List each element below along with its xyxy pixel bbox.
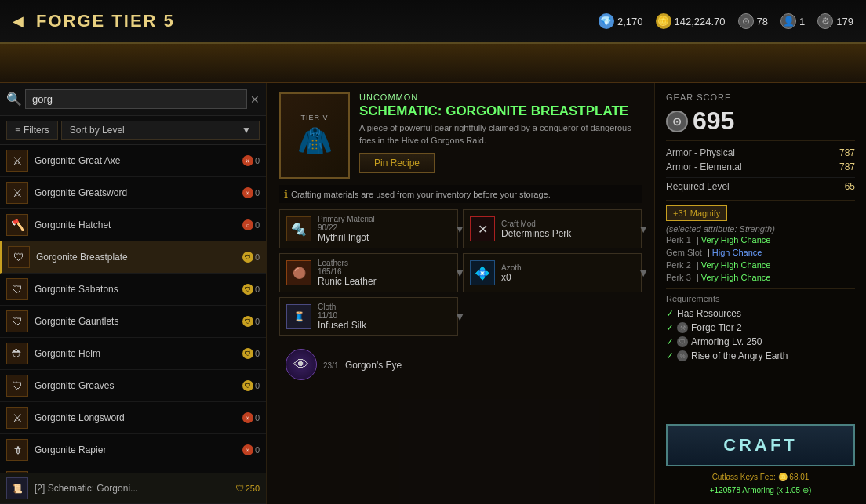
list-item[interactable]: ⛑ Gorgonite Helm 🛡 0 <box>0 338 266 370</box>
chevron-down-icon: ▼ <box>242 125 251 136</box>
armor-physical-label: Armor - Physical <box>666 147 735 158</box>
schematic-icon: 📜 <box>6 477 28 499</box>
azoth-box[interactable]: 💠 Azoth x0 ▼ <box>463 253 642 292</box>
search-bar: 🔍 ✕ <box>0 83 266 116</box>
cloth-box[interactable]: 🧵 Cloth 11/10 Infused Silk ▼ <box>279 297 458 336</box>
pin-recipe-button[interactable]: Pin Recipe <box>359 153 435 173</box>
count-icon: 🛡 <box>242 316 253 327</box>
attr-tabs: +31 Magnify <box>666 205 855 221</box>
primary-material-icon: 🔩 <box>286 216 311 241</box>
back-button[interactable]: ◀ <box>13 13 24 30</box>
gear-score-value: ⊙ 695 <box>666 107 855 136</box>
banner <box>0 44 866 83</box>
page-title: FORGE TIER 5 <box>36 11 175 31</box>
schematic-item[interactable]: 📜 [2] Schematic: Gorgoni... 🛡 250 <box>0 473 266 504</box>
list-item[interactable]: 🗡 Gorgonite Rapier ⚔ 0 <box>0 434 266 466</box>
list-item-selected[interactable]: 🛡 Gorgonite Breastplate 🛡 0 <box>0 241 266 274</box>
attr-note: (selected attribute: Strength) <box>666 224 855 234</box>
azoth-icon: 💠 <box>470 260 495 285</box>
craft-fee-value: 68.01 <box>789 473 809 481</box>
item-count: ⚔ 0 <box>242 155 260 166</box>
forge-icon: ⚒ <box>677 322 688 333</box>
arrow-icon: ▼ <box>638 267 649 279</box>
perk2-chance: Very High Chance <box>701 260 771 270</box>
leathers-qty: 165/16 <box>318 267 377 276</box>
item-count: 🛡 0 <box>242 380 260 391</box>
center-panel: TIER V 🧥 Uncommon SCHEMATIC: GORGONITE B… <box>267 83 654 504</box>
primary-material-box[interactable]: 🔩 Primary Material 90/22 Mythril Ingot ▼ <box>279 209 458 248</box>
list-item[interactable]: 🛡 Gorgonite Kite Shield ⚔ 0 <box>0 466 266 473</box>
gem-chance: High Chance <box>712 248 762 257</box>
list-item[interactable]: ⚔ Gorgonite Longsword ⚔ 0 <box>0 402 266 434</box>
eye-qty: 23/1 <box>323 361 338 370</box>
leathers-box[interactable]: 🟤 Leathers 165/16 Runic Leather ▼ <box>279 253 458 292</box>
azoth-value: x0 <box>501 272 522 283</box>
check-icon: ✓ <box>666 308 674 319</box>
perk3-chance: Very High Chance <box>701 273 771 282</box>
item-icon: 🪓 <box>6 214 28 236</box>
eye-info: 23/1 Gorgon's Eye <box>323 357 402 372</box>
craft-fee-icon: 🪙 <box>778 473 790 481</box>
craft-mod-icon: ✕ <box>470 216 495 241</box>
stat2-value: 1 <box>799 16 805 27</box>
list-item[interactable]: ⚔ Gorgonite Greatsword ⚔ 0 <box>0 177 266 209</box>
recipe-description: A piece of powerful gear rightfully clai… <box>359 122 642 147</box>
list-item[interactable]: 🛡 Gorgonite Greaves 🛡 0 <box>0 370 266 402</box>
cloth-qty: 11/10 <box>318 311 366 320</box>
filter-icon: ≡ <box>15 125 20 136</box>
currency1-value: 2,170 <box>617 16 643 27</box>
armor-physical-value: 787 <box>839 147 855 158</box>
perk2-sep: | <box>694 260 701 270</box>
item-name: Gorgonite Rapier <box>35 444 242 455</box>
armoring-icon: 🛡 <box>677 336 688 347</box>
check-icon: ✓ <box>666 350 674 361</box>
list-item[interactable]: 🛡 Gorgonite Sabatons 🛡 0 <box>0 274 266 306</box>
gem-sep: | <box>705 248 712 257</box>
stat3-value: 179 <box>836 16 853 27</box>
eye-value: Gorgon's Eye <box>345 360 402 371</box>
attr-tab-magnify[interactable]: +31 Magnify <box>666 205 727 221</box>
craft-button[interactable]: CRAFT <box>666 424 855 466</box>
warning-text: Crafting materials are used from your in… <box>291 190 551 199</box>
craft-bonus: +120578 Armoring (x 1.05 ⊕) <box>666 486 855 495</box>
item-list: ⚔ Gorgonite Great Axe ⚔ 0 ⚔ Gorgonite Gr… <box>0 145 266 473</box>
leathers-info: Leathers 165/16 Runic Leather <box>318 259 377 287</box>
item-name: Gorgonite Breastplate <box>36 252 242 263</box>
leathers-icon: 🟤 <box>286 260 311 285</box>
item-count: 🛡 0 <box>242 348 260 359</box>
item-icon: ⚔ <box>6 182 28 204</box>
primary-qty: 90/22 <box>318 223 375 232</box>
currency2: 🪙 142,224.70 <box>656 13 726 29</box>
req-armoring: ✓ 🛡 Armoring Lv. 250 <box>666 335 855 349</box>
item-count: 🛡 0 <box>242 252 260 263</box>
gear-score-number: 695 <box>693 107 734 136</box>
req-level-row: Required Level 65 <box>666 177 855 195</box>
ingredients-grid: 🔩 Primary Material 90/22 Mythril Ingot ▼… <box>279 209 642 336</box>
search-clear-button[interactable]: ✕ <box>250 93 260 106</box>
item-count: ○ 0 <box>242 219 260 230</box>
sort-button[interactable]: Sort by Level ▼ <box>61 121 260 140</box>
req-forge-tier: ✓ ⚒ Forge Tier 2 <box>666 321 855 335</box>
list-item[interactable]: 🛡 Gorgonite Gauntlets 🛡 0 <box>0 306 266 338</box>
perk1-label: Perk 1 <box>666 235 691 245</box>
list-item[interactable]: ⚔ Gorgonite Great Axe ⚔ 0 <box>0 145 266 177</box>
item-name: Gorgonite Great Axe <box>35 155 242 166</box>
search-input[interactable] <box>25 89 247 109</box>
stat1: ⊙ 78 <box>738 13 768 29</box>
count-icon: 🛡 <box>242 252 253 263</box>
cloth-label: Cloth <box>318 303 366 311</box>
stat3-icon: ⚙ <box>817 13 833 29</box>
primary-value: Mythril Ingot <box>318 232 375 243</box>
item-count: ⚔ 0 <box>242 444 260 455</box>
recipe-info: Uncommon SCHEMATIC: GORGONITE BREASTPLAT… <box>359 92 642 173</box>
gold-icon: 🪙 <box>656 13 671 29</box>
req3-text: Armoring Lv. 250 <box>691 336 762 347</box>
recipe-rarity: Uncommon <box>359 92 642 102</box>
search-icon: 🔍 <box>6 92 22 107</box>
list-item[interactable]: 🪓 Gorgonite Hatchet ○ 0 <box>0 209 266 241</box>
expansion-icon: % <box>677 350 688 361</box>
craft-mod-box[interactable]: ✕ Craft Mod Determines Perk ▼ <box>463 209 642 248</box>
eye-ingredient[interactable]: 👁 23/1 Gorgon's Eye <box>279 344 642 385</box>
requirements-title: Requirements <box>666 294 855 303</box>
filters-button[interactable]: ≡ Filters <box>6 121 58 140</box>
